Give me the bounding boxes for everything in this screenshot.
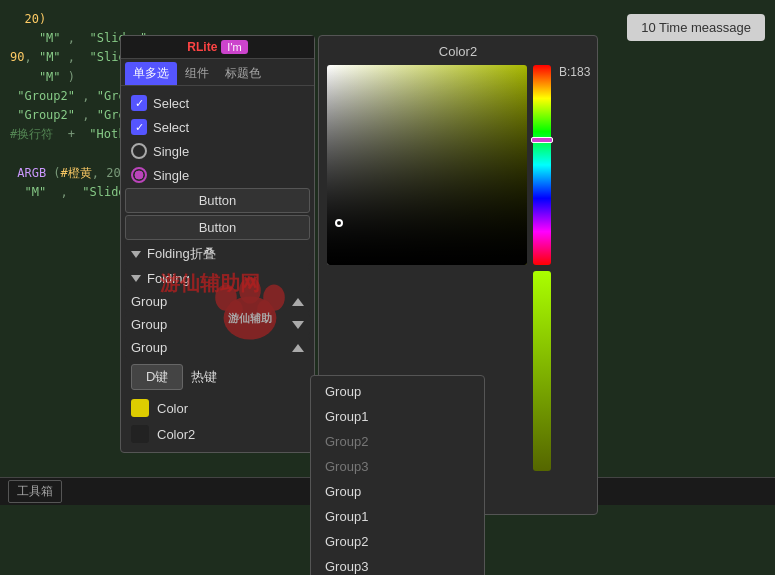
dkey-row: D键 热键 [125,360,310,394]
radio-2[interactable] [131,167,147,183]
hue-slider[interactable] [533,65,551,265]
color-gradient-canvas[interactable] [327,65,527,265]
group-item-1[interactable]: Group [125,291,310,312]
b-value-top: B:183 [559,65,590,79]
tab-component[interactable]: 组件 [177,62,217,85]
color-swatch-2 [131,425,149,443]
color-label-2: Color2 [157,427,195,442]
single-label-2: Single [153,168,189,183]
group-arrow-up-icon-1 [292,298,304,306]
group-label-2: Group [131,317,167,332]
single-label-1: Single [153,144,189,159]
panel-body: Select Select Single Single Button Butto… [121,86,314,452]
hotkey-label: 热键 [191,368,217,386]
panel-title: RLite [187,40,217,54]
dropdown-item-group[interactable]: Group [311,379,484,404]
dropdown-item-group3-dimmed[interactable]: Group3 [311,454,484,479]
dropdown-item-group2-b[interactable]: Group2 [311,529,484,554]
chevron-down-icon-1 [131,251,141,258]
gradient-overlay [327,65,527,265]
gradient-cursor [335,219,343,227]
folding-label-2: Folding [147,271,190,286]
radio-1[interactable] [131,143,147,159]
brightness-slider[interactable] [533,271,551,471]
single-item-1[interactable]: Single [125,140,310,162]
tab-title-color[interactable]: 标题色 [217,62,269,85]
dropdown-item-group2-dimmed[interactable]: Group2 [311,429,484,454]
checkbox-2[interactable] [131,119,147,135]
select-item-1[interactable]: Select [125,92,310,114]
panel-header: RLite I'm [121,36,314,59]
im-badge: I'm [221,40,247,54]
dkey-button[interactable]: D键 [131,364,183,390]
notification-badge: 10 Time meassage [627,14,765,41]
group-item-2[interactable]: Group [125,314,310,335]
select-item-2[interactable]: Select [125,116,310,138]
color-item-2[interactable]: Color2 [125,422,310,446]
select-label-2: Select [153,120,189,135]
button-1[interactable]: Button [125,188,310,213]
color-item-1[interactable]: Color [125,396,310,420]
dropdown-item-group3-b[interactable]: Group3 [311,554,484,575]
color-picker-title: Color2 [327,44,589,59]
color-swatch-1 [131,399,149,417]
folding-label-1: Folding折叠 [147,245,216,263]
folding-item-1[interactable]: Folding折叠 [125,242,310,266]
chevron-down-icon-2 [131,275,141,282]
main-panel: RLite I'm 单多选 组件 标题色 Select Select Singl… [120,35,315,453]
notification-text: 10 Time meassage [641,20,751,35]
dropdown-list: Group Group1 Group2 Group3 Group Group1 … [310,375,485,575]
group-arrow-down-icon-2 [292,321,304,329]
single-item-2[interactable]: Single [125,164,310,186]
group-label-3: Group [131,340,167,355]
tab-multi-select[interactable]: 单多选 [125,62,177,85]
group-arrow-up-icon-3 [292,344,304,352]
color-label-1: Color [157,401,188,416]
folding-item-2[interactable]: Folding [125,268,310,289]
button-2[interactable]: Button [125,215,310,240]
dropdown-item-group1[interactable]: Group1 [311,404,484,429]
sliders-column [533,65,551,471]
group-item-3[interactable]: Group [125,337,310,358]
select-label-1: Select [153,96,189,111]
tabs-row: 单多选 组件 标题色 [121,59,314,86]
dropdown-item-group-b[interactable]: Group [311,479,484,504]
dropdown-item-group1-b[interactable]: Group1 [311,504,484,529]
checkbox-1[interactable] [131,95,147,111]
toolbox-label: 工具箱 [8,480,62,503]
group-label-1: Group [131,294,167,309]
hue-cursor [531,137,553,143]
